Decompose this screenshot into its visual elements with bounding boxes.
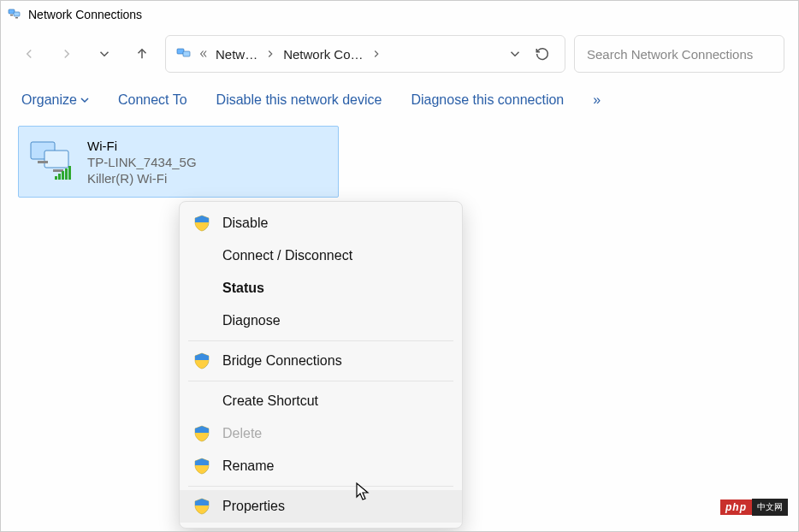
context-menu-item-label: Connect / Disconnect xyxy=(222,248,352,263)
context-menu-item-connect-disconnect[interactable]: Connect / Disconnect xyxy=(180,239,462,272)
blank-icon xyxy=(193,280,210,297)
watermark-right: 中文网 xyxy=(752,499,788,516)
context-menu-separator xyxy=(188,340,453,341)
nav-row: Netw… Network Co… xyxy=(1,28,798,80)
svg-rect-12 xyxy=(62,171,64,180)
context-menu-item-label: Properties xyxy=(222,499,285,514)
blank-icon xyxy=(193,393,210,410)
address-dropdown-button[interactable] xyxy=(503,42,527,66)
address-bar[interactable]: Netw… Network Co… xyxy=(165,35,565,73)
titlebar: Network Connections xyxy=(1,1,798,28)
context-menu-item-create-shortcut[interactable]: Create Shortcut xyxy=(180,385,462,417)
search-input[interactable] xyxy=(587,47,772,62)
svg-rect-8 xyxy=(38,161,48,163)
context-menu-item-label: Bridge Connections xyxy=(222,353,342,369)
svg-rect-10 xyxy=(55,176,57,180)
svg-rect-1 xyxy=(14,12,20,16)
refresh-button[interactable] xyxy=(530,42,554,66)
connect-to-button[interactable]: Connect To xyxy=(118,92,187,108)
context-menu-item-bridge-connections[interactable]: Bridge Connections xyxy=(180,345,462,377)
command-bar: Organize Connect To Disable this network… xyxy=(1,80,798,121)
context-menu-item-delete: Delete xyxy=(180,417,462,450)
shield-icon xyxy=(193,425,210,442)
shield-icon xyxy=(193,498,210,515)
adapter-ssid: TP-LINK_7434_5G xyxy=(87,155,197,169)
diagnose-connection-button[interactable]: Diagnose this connection xyxy=(411,92,564,108)
svg-rect-3 xyxy=(15,17,18,19)
context-menu-item-diagnose[interactable]: Diagnose xyxy=(180,304,462,337)
blank-icon xyxy=(193,312,210,329)
svg-rect-11 xyxy=(58,174,61,180)
watermark: php 中文网 xyxy=(720,499,788,516)
shield-icon xyxy=(193,458,210,475)
shield-icon xyxy=(193,352,210,369)
adapter-name: Wi-Fi xyxy=(87,139,197,153)
network-connections-icon xyxy=(8,6,21,23)
content-area[interactable]: Wi-Fi TP-LINK_7434_5G Killer(R) Wi-Fi xyxy=(1,121,798,203)
svg-rect-14 xyxy=(68,166,71,180)
chevron-right-icon[interactable] xyxy=(370,48,382,60)
connect-to-label: Connect To xyxy=(118,92,187,108)
context-menu-separator xyxy=(188,381,453,381)
disable-device-button[interactable]: Disable this network device xyxy=(216,92,382,108)
back-button[interactable] xyxy=(15,39,44,68)
breadcrumb-segment[interactable]: Network Co… xyxy=(280,44,366,65)
context-menu-item-label: Delete xyxy=(222,426,262,441)
location-icon xyxy=(176,45,193,63)
adapter-texts: Wi-Fi TP-LINK_7434_5G Killer(R) Wi-Fi xyxy=(87,139,197,186)
context-menu-item-properties[interactable]: Properties xyxy=(180,490,462,523)
breadcrumb-segment[interactable]: Netw… xyxy=(212,44,261,65)
svg-rect-13 xyxy=(65,168,68,180)
context-menu-item-disable[interactable]: Disable xyxy=(180,207,462,239)
context-menu-item-label: Rename xyxy=(222,458,274,474)
shield-icon xyxy=(193,215,210,232)
window-title: Network Connections xyxy=(28,8,142,21)
chevron-right-icon[interactable] xyxy=(264,48,276,60)
context-menu-item-label: Status xyxy=(222,281,264,296)
search-box[interactable] xyxy=(574,35,784,73)
svg-rect-2 xyxy=(10,15,13,16)
context-menu-item-label: Diagnose xyxy=(222,313,281,328)
organize-menu[interactable]: Organize xyxy=(21,92,89,108)
context-menu-item-status[interactable]: Status xyxy=(180,272,462,304)
context-menu-item-label: Disable xyxy=(222,216,268,231)
adapter-device: Killer(R) Wi-Fi xyxy=(87,171,197,186)
context-menu-separator xyxy=(188,486,453,487)
recent-dropdown-button[interactable] xyxy=(90,39,119,68)
chevron-left-double-icon xyxy=(197,48,209,60)
overflow-button[interactable]: » xyxy=(593,92,602,108)
forward-button[interactable] xyxy=(52,39,81,68)
context-menu-item-rename[interactable]: Rename xyxy=(180,450,462,482)
watermark-left: php xyxy=(720,499,752,515)
context-menu-item-label: Create Shortcut xyxy=(222,393,318,409)
disable-device-label: Disable this network device xyxy=(216,92,382,108)
diagnose-label: Diagnose this connection xyxy=(411,92,564,108)
svg-rect-5 xyxy=(183,51,190,56)
context-menu: DisableConnect / DisconnectStatusDiagnos… xyxy=(179,201,463,529)
organize-label: Organize xyxy=(21,92,77,108)
up-button[interactable] xyxy=(127,39,157,68)
blank-icon xyxy=(193,247,210,264)
svg-rect-7 xyxy=(44,151,68,168)
adapter-item-wifi[interactable]: Wi-Fi TP-LINK_7434_5G Killer(R) Wi-Fi xyxy=(18,126,339,198)
adapter-icon xyxy=(27,135,77,188)
dropdown-caret-icon xyxy=(80,96,89,104)
